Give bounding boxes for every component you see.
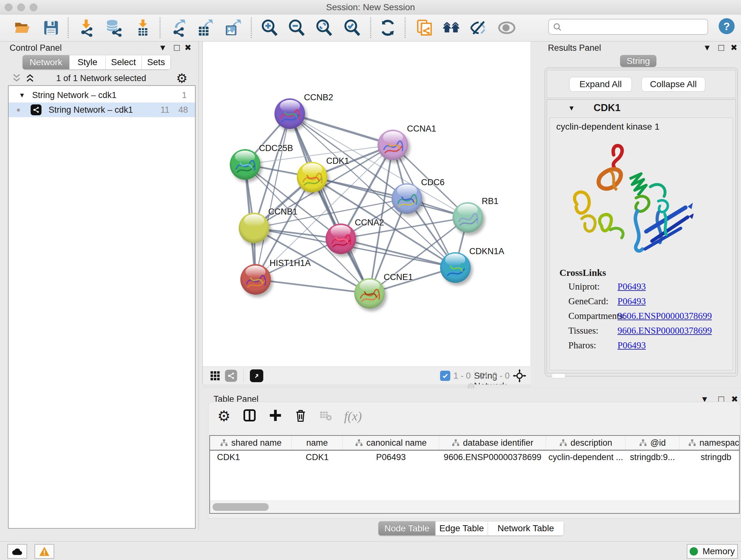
close-panel-icon[interactable]: ✖ (185, 43, 192, 53)
expand-all-button[interactable]: Expand All (569, 77, 632, 91)
network-view-icon[interactable] (225, 370, 237, 382)
warnings-button[interactable] (35, 544, 54, 559)
protein-ribbon-thumbnail (274, 98, 305, 129)
tab-style[interactable]: Style (70, 55, 106, 70)
import-table-file-icon[interactable] (133, 18, 152, 37)
tab-network-table[interactable]: Network Table (488, 521, 564, 536)
network-node-CDC6[interactable] (392, 183, 422, 214)
delete-table-icon[interactable] (319, 409, 332, 423)
save-session-icon[interactable] (42, 18, 61, 37)
hide-selection-eye-icon[interactable] (469, 18, 488, 37)
help-button[interactable]: ? (719, 18, 735, 34)
tab-string[interactable]: String (620, 55, 657, 67)
delete-column-trash-icon[interactable] (294, 408, 307, 424)
collapse-panel-icon[interactable]: ▼ (158, 43, 167, 53)
network-node-CCNA1[interactable] (378, 130, 408, 160)
network-node-RB1[interactable] (453, 202, 483, 233)
network-row[interactable]: ● String Network – cdk1 11 48 (9, 103, 195, 117)
tab-select[interactable]: Select (106, 55, 142, 70)
crosslink-uniprot-link[interactable]: P06493 (617, 281, 646, 292)
crosslink-genecard-link[interactable]: P06493 (617, 296, 646, 307)
column-header[interactable]: database identifier (439, 436, 546, 450)
protein-ribbon-thumbnail (230, 149, 260, 180)
crosslink-tissues-link[interactable]: 9606.ENSP00000378699 (617, 325, 712, 336)
memory-button[interactable]: Memory (687, 544, 738, 559)
new-network-from-selection-icon[interactable] (415, 18, 434, 37)
collapse-panel-icon[interactable]: ▼ (703, 43, 711, 53)
add-column-icon[interactable] (269, 409, 282, 423)
table-options-gear-icon[interactable]: ⚙ (217, 408, 230, 425)
network-node-CCNB2[interactable] (274, 98, 305, 129)
search-input[interactable] (548, 19, 708, 35)
string-results-card: Expand All Collapse All ▼ CDK1 cyclin-de… (545, 68, 738, 376)
selected-indicator-checkbox[interactable] (440, 371, 450, 381)
collapse-all-networks-icon[interactable] (11, 73, 22, 84)
network-node-label: CDKN1A (469, 246, 504, 256)
expand-all-networks-icon[interactable] (25, 73, 35, 84)
network-node-CDKN1A[interactable] (440, 252, 471, 283)
column-header[interactable]: namespace (679, 436, 740, 450)
cloud-sessions-button[interactable] (7, 544, 27, 559)
table-toolbar: ⚙ f(x) (217, 406, 362, 426)
gene-symbol: CDK1 (594, 102, 620, 114)
crosslink-label: Pharos: (568, 340, 596, 351)
column-header[interactable]: name (292, 436, 343, 450)
network-options-gear-icon[interactable]: ⚙ (176, 71, 188, 85)
open-session-icon[interactable] (13, 18, 32, 37)
column-header[interactable]: description (546, 436, 625, 450)
tab-sets[interactable]: Sets (142, 55, 171, 70)
crosslink-compartments-link[interactable]: 9606.ENSP00000378699 (617, 311, 712, 321)
network-edge[interactable] (256, 114, 290, 279)
toolbar-separator (68, 17, 69, 38)
mapped-column-icon (639, 439, 647, 447)
show-all-eye-icon[interactable] (497, 18, 516, 37)
pan-crosshair-icon[interactable] (513, 369, 526, 384)
expander-icon[interactable]: ▼ (19, 91, 25, 99)
results-scroll-thumb[interactable] (551, 373, 565, 378)
network-node-CCNA2[interactable] (326, 224, 356, 254)
export-table-icon[interactable] (196, 18, 215, 37)
network-edge[interactable] (256, 279, 370, 294)
column-header[interactable]: canonical name (343, 436, 439, 450)
network-node-CDK1[interactable] (297, 162, 327, 192)
protein-ribbon-thumbnail (392, 183, 422, 214)
export-image-icon[interactable] (223, 18, 243, 37)
crosslink-pharos-link[interactable]: P06493 (617, 340, 646, 351)
import-network-database-icon[interactable] (104, 18, 123, 37)
zoom-out-icon[interactable] (287, 18, 307, 37)
zoom-in-icon[interactable] (260, 18, 279, 37)
network-canvas[interactable]: CCNB2CCNA1CDC25BCDK1CDC6RB1CCNB1CCNA2CDK… (202, 42, 531, 367)
scrollbar-thumb[interactable] (212, 503, 269, 511)
grid-view-icon[interactable] (210, 370, 220, 382)
function-builder-icon[interactable]: f(x) (344, 409, 362, 424)
first-neighbors-icon[interactable] (442, 18, 461, 37)
control-panel-tabs: Network Style Select Sets (22, 55, 171, 70)
section-expander-icon[interactable]: ▼ (568, 104, 575, 112)
show-columns-icon[interactable] (243, 408, 257, 424)
table-row[interactable]: CDK1 CDK1 P06493 9606.ENSP00000378699 cy… (210, 450, 740, 464)
tab-node-table[interactable]: Node Table (378, 521, 435, 536)
table-horizontal-scrollbar[interactable] (210, 501, 739, 513)
refresh-icon[interactable] (378, 18, 397, 37)
float-panel-icon[interactable]: □ (174, 42, 180, 53)
tab-edge-table[interactable]: Edge Table (435, 521, 488, 536)
detach-view-icon[interactable] (250, 369, 263, 382)
network-node-CDC25B[interactable] (230, 149, 260, 180)
tab-network[interactable]: Network (22, 55, 70, 70)
results-panel: Results Panel ▼ □ ✖ String Expand All Co… (531, 42, 741, 388)
title-bar: Session: New Session (0, 0, 741, 14)
float-panel-icon[interactable]: □ (718, 42, 724, 53)
gene-section: ▼ CDK1 cyclin-dependent kinase 1 (547, 99, 736, 373)
export-network-icon[interactable] (169, 18, 188, 37)
close-panel-icon[interactable]: ✖ (731, 43, 738, 53)
network-node-HIST1H1A[interactable] (240, 264, 271, 295)
column-header[interactable]: shared name (210, 436, 292, 450)
import-network-file-icon[interactable] (77, 18, 96, 37)
zoom-selected-icon[interactable] (343, 18, 362, 37)
network-collection-row[interactable]: ▼ String Network – cdk1 1 (9, 88, 195, 103)
zoom-fit-icon[interactable] (315, 18, 334, 37)
status-bar: Memory (0, 541, 741, 560)
collapse-all-button[interactable]: Collapse All (642, 77, 705, 91)
column-header[interactable]: @id (625, 436, 679, 450)
network-node-CCNE1[interactable] (354, 278, 385, 309)
